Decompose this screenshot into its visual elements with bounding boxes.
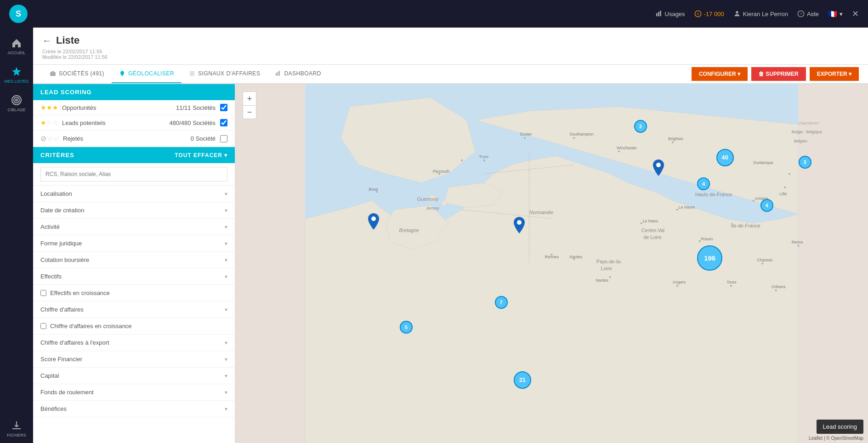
svg-text:Lille: Lille — [779, 192, 787, 196]
filter-arrow-effectifs: ▾ — [225, 273, 227, 280]
cluster-marker-40[interactable]: 40 — [716, 149, 734, 166]
svg-text:Le Havre: Le Havre — [679, 205, 695, 210]
filter-ca-export[interactable]: Chiffre d'affaires à l'export ▾ — [33, 335, 235, 351]
stars-leads: ★☆☆ — [40, 119, 58, 126]
tout-effacer-button[interactable]: Tout effacer ▾ — [175, 152, 227, 159]
sidebar: ACCUEIL MES LISTES CIBLAGE FICHIERS — [0, 28, 33, 443]
filter-cotation[interactable]: Cotation boursière ▾ — [33, 252, 235, 268]
filter-capital[interactable]: Capital ▾ — [33, 368, 235, 384]
usages-link[interactable]: Usages — [655, 10, 685, 17]
svg-point-11 — [16, 99, 17, 101]
modified-date: Modifiée le 22/02/2017 11:56 — [42, 54, 859, 60]
filter-chiffre-affaires[interactable]: Chiffre d'affaires ▾ — [33, 301, 235, 318]
checkbox-effectifs-croissance[interactable] — [40, 290, 46, 296]
map-area[interactable]: Guernsey Jersey Normandie Bretagne Pays-… — [235, 84, 868, 443]
svg-point-87 — [517, 220, 522, 225]
language-selector[interactable]: 🇫🇷 ▾ — [828, 10, 843, 18]
page-title: Liste — [56, 34, 79, 46]
lead-scoring-tooltip: Lead scoring — [817, 420, 863, 434]
tab-signaux[interactable]: SIGNAUX D'AFFAIRES — [182, 65, 267, 83]
filter-localisation[interactable]: Localisation ▾ — [33, 186, 235, 202]
lead-scoring-row-opportunites: ★★★ Opportunités 11/11 Sociétés — [33, 100, 235, 115]
user-menu[interactable]: Kieran Le Perron — [733, 10, 788, 17]
svg-point-50 — [699, 240, 701, 242]
rejetes-checkbox[interactable] — [220, 135, 227, 142]
zoom-in-button[interactable]: + — [243, 91, 256, 105]
checkbox-ca-croissance[interactable] — [40, 323, 46, 329]
svg-text:Centre-Val: Centre-Val — [641, 227, 664, 233]
search-input[interactable] — [40, 167, 227, 182]
svg-point-60 — [672, 142, 674, 143]
svg-text:Brighton: Brighton — [668, 136, 683, 141]
svg-text:Truro: Truro — [479, 154, 488, 159]
filter-arrow-fonds: ▾ — [225, 389, 227, 396]
svg-text:de Loire: de Loire — [644, 234, 662, 240]
filter-fonds-roulement[interactable]: Fonds de roulement ▾ — [33, 384, 235, 401]
svg-point-62 — [573, 137, 575, 139]
cluster-marker-4-mid[interactable]: 4 — [760, 199, 773, 212]
zoom-out-button[interactable]: − — [243, 105, 256, 119]
cluster-marker-3-top[interactable]: 3 — [634, 120, 647, 133]
svg-point-68 — [775, 290, 777, 291]
lead-scoring-row-leads: ★☆☆ Leads potentiels 480/480 Sociétés — [33, 115, 235, 131]
cluster-marker-3-right[interactable]: 3 — [799, 156, 811, 169]
svg-text:Nantes: Nantes — [570, 255, 583, 259]
filter-activite[interactable]: Activité ▾ — [33, 219, 235, 235]
filter-score-financier[interactable]: Score Financier ▾ — [33, 351, 235, 368]
tab-bar: SOCIÉTÉS (491) GÉOLOCALISER SIGNAUX D'AF… — [33, 65, 338, 83]
svg-rect-0 — [656, 13, 658, 17]
sidebar-item-accueil[interactable]: ACCUEIL — [0, 32, 33, 61]
svg-text:Belgie · Belgique: Belgie · Belgique — [792, 130, 822, 134]
svg-text:Chartres: Chartres — [757, 258, 773, 262]
svg-rect-1 — [658, 12, 659, 16]
main-content: ← Liste Créée le 22/02/2017 11:56 Modifi… — [33, 28, 868, 443]
sidebar-item-ciblage[interactable]: CIBLAGE — [0, 89, 33, 118]
leads-checkbox[interactable] — [220, 119, 227, 126]
svg-text:Rennes: Rennes — [545, 255, 559, 259]
svg-point-80 — [483, 159, 485, 161]
stars-opportunites: ★★★ — [40, 104, 58, 111]
cluster-marker-7[interactable]: 7 — [495, 296, 508, 309]
svg-text:Guernsey: Guernsey — [417, 196, 439, 202]
svg-text:Reims: Reims — [792, 240, 803, 244]
close-button[interactable]: ✕ — [852, 9, 859, 19]
supprimer-button[interactable]: 🗑 SUPPRIMER — [751, 67, 806, 81]
filter-forme-juridique[interactable]: Forme juridique ▾ — [33, 235, 235, 252]
sidebar-item-fichiers[interactable]: FICHIERS — [0, 415, 33, 443]
filter-arrow-ca: ▾ — [225, 307, 227, 313]
svg-point-10 — [14, 97, 19, 103]
navbar: S Usages € -17 000 Kieran Le Perron ? Ai… — [0, 0, 868, 28]
svg-text:Brest: Brest — [369, 187, 378, 192]
opportunites-checkbox[interactable] — [220, 104, 227, 111]
svg-text:Exeter: Exeter — [520, 132, 532, 136]
map-controls: + − — [243, 91, 256, 119]
opportunites-count: 11/11 Sociétés — [176, 104, 216, 111]
filter-date-creation[interactable]: Date de création ▾ — [33, 202, 235, 219]
svg-point-70 — [730, 285, 732, 287]
tab-geolocaliser[interactable]: GÉOLOCALISER — [112, 65, 182, 83]
tab-dashboard[interactable]: DASHBOARD — [267, 65, 329, 83]
svg-text:Plymouth: Plymouth — [433, 169, 450, 174]
page-title-row: ← Liste — [42, 34, 859, 46]
svg-rect-17 — [276, 73, 277, 76]
sidebar-item-mes-listes[interactable]: MES LISTES — [0, 61, 33, 89]
svg-text:Vlaanderen: Vlaanderen — [798, 121, 819, 125]
svg-point-26 — [441, 200, 447, 206]
svg-text:Pays-de-la-: Pays-de-la- — [596, 259, 622, 265]
filter-arrow-capital: ▾ — [225, 373, 227, 379]
search-box — [33, 163, 235, 186]
back-button[interactable]: ← — [42, 35, 51, 46]
svg-point-72 — [676, 285, 678, 287]
svg-point-82 — [461, 159, 463, 161]
cluster-marker-21[interactable]: 21 — [514, 371, 531, 389]
exporter-button[interactable]: EXPORTER ▾ — [810, 67, 859, 81]
help-link[interactable]: ? Aide — [797, 10, 819, 17]
filter-effectifs[interactable]: Effectifs ▾ — [33, 268, 235, 285]
app-logo: S — [9, 5, 28, 23]
tab-societes[interactable]: SOCIÉTÉS (491) — [42, 65, 112, 83]
filter-benefices[interactable]: Bénéfices ▾ — [33, 401, 235, 417]
svg-text:Hauts-de-France: Hauts-de-France — [695, 192, 732, 197]
filter-ca-croissance: Chiffre d'affaires en croissance — [33, 318, 235, 335]
configurer-button[interactable]: CONFIGURER ▾ — [692, 67, 748, 81]
svg-text:Southampton: Southampton — [570, 132, 594, 136]
